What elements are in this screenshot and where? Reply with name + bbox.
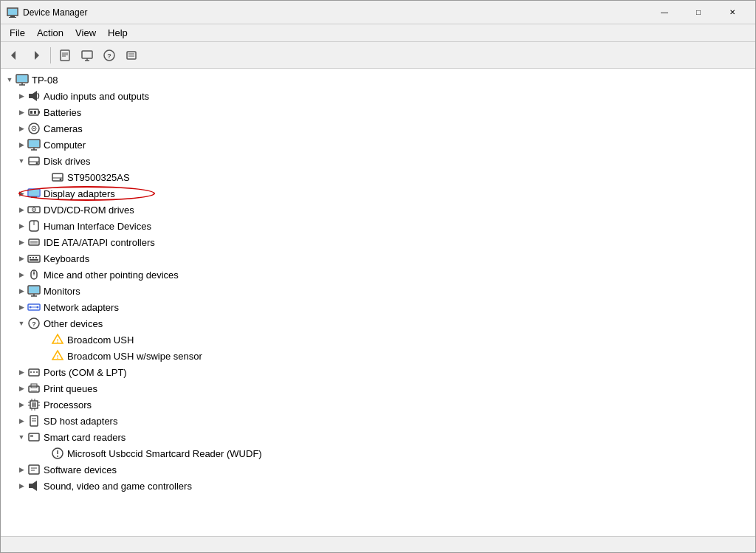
sdhost-toggle[interactable]: ▶ bbox=[16, 415, 27, 427]
displayadapters-toggle[interactable]: ▶ bbox=[16, 188, 27, 199]
svg-rect-22 bbox=[29, 94, 32, 98]
tree-item-dvdrom[interactable]: ▶ DVD/CD-ROM drives bbox=[1, 202, 755, 218]
st9500-icon bbox=[51, 171, 64, 184]
network-toggle[interactable]: ▶ bbox=[16, 301, 27, 313]
tree-item-keyboards[interactable]: ▶ Keyboards bbox=[1, 250, 755, 267]
monitors-label: Monitors bbox=[44, 286, 80, 297]
dvdrom-toggle[interactable]: ▶ bbox=[16, 204, 27, 216]
tree-item-cameras[interactable]: ▶ Cameras bbox=[1, 120, 755, 137]
svg-rect-98 bbox=[29, 465, 39, 474]
tree-item-network[interactable]: ▶ Network adapters bbox=[1, 299, 755, 315]
svg-rect-52 bbox=[30, 257, 31, 258]
close-button[interactable]: ✕ bbox=[715, 1, 749, 24]
usbccid-icon bbox=[51, 447, 64, 460]
diskdrives-label: Disk drives bbox=[44, 156, 91, 167]
tree-item-otherdevices[interactable]: ▼ ? Other devices bbox=[1, 315, 755, 332]
root-toggle[interactable]: ▼ bbox=[4, 74, 16, 86]
diskdrives-toggle[interactable]: ▼ bbox=[16, 155, 27, 167]
cameras-icon bbox=[27, 122, 41, 135]
tree-item-broadcomush[interactable]: ▶ ! Broadcom USH bbox=[1, 332, 755, 348]
svg-marker-23 bbox=[32, 91, 37, 101]
tree-item-diskdrives[interactable]: ▼ Disk drives bbox=[1, 153, 755, 169]
action-toolbar-button[interactable] bbox=[121, 45, 142, 66]
tree-item-broadcomuswipe[interactable]: ▶ ! Broadcom USH w/swipe sensor bbox=[1, 348, 755, 364]
printqueues-toggle[interactable]: ▶ bbox=[16, 382, 27, 394]
back-button[interactable] bbox=[4, 45, 24, 66]
svg-point-58 bbox=[33, 272, 35, 274]
maximize-button[interactable]: □ bbox=[681, 1, 715, 24]
svg-point-37 bbox=[36, 162, 38, 165]
app-icon bbox=[7, 7, 18, 18]
mice-toggle[interactable]: ▶ bbox=[16, 269, 27, 281]
tree-item-software[interactable]: ▶ Software devices bbox=[1, 461, 755, 478]
svg-rect-51 bbox=[28, 255, 40, 262]
soundvideo-icon bbox=[27, 479, 41, 492]
ide-toggle[interactable]: ▶ bbox=[16, 236, 27, 248]
device-manager-window: Device Manager — □ ✕ File Action View He… bbox=[0, 0, 756, 553]
window-title: Device Manager bbox=[23, 7, 647, 18]
dvdrom-icon bbox=[27, 203, 41, 216]
printqueues-icon bbox=[27, 382, 41, 395]
tree-item-audio[interactable]: ▶ Audio inputs and outputs bbox=[1, 88, 755, 104]
keyboards-toggle[interactable]: ▶ bbox=[16, 253, 27, 264]
tree-item-ports[interactable]: ▶ Ports (COM & LPT) bbox=[1, 364, 755, 380]
tree-item-sdhost[interactable]: ▶ SD host adapters bbox=[1, 413, 755, 429]
svg-point-97 bbox=[57, 456, 58, 457]
tree-item-computer[interactable]: ▶ Computer bbox=[1, 137, 755, 153]
minimize-button[interactable]: — bbox=[647, 1, 681, 24]
toolbar-separator-1 bbox=[50, 47, 51, 63]
svg-rect-24 bbox=[29, 109, 38, 115]
tree-item-smartcard[interactable]: ▼ Smart card readers bbox=[1, 429, 755, 445]
svg-point-66 bbox=[37, 306, 39, 309]
computer-toggle[interactable]: ▶ bbox=[16, 139, 27, 151]
tree-item-soundvideo[interactable]: ▶ Sound, video and game controllers bbox=[1, 478, 755, 494]
help-button[interactable]: ? bbox=[99, 45, 120, 66]
svg-rect-60 bbox=[29, 286, 39, 293]
computer-icon bbox=[16, 73, 29, 86]
otherdevices-toggle[interactable]: ▼ bbox=[16, 317, 27, 329]
menu-help[interactable]: Help bbox=[102, 26, 134, 40]
ide-label: IDE ATA/ATAPI controllers bbox=[44, 237, 155, 248]
menu-file[interactable]: File bbox=[4, 26, 31, 40]
tree-item-printqueues[interactable]: ▶ Print queues bbox=[1, 380, 755, 396]
svg-point-74 bbox=[30, 371, 32, 373]
device-tree[interactable]: ▼ TP-08 ▶ bbox=[1, 69, 755, 536]
svg-rect-19 bbox=[17, 75, 27, 82]
audio-toggle[interactable]: ▶ bbox=[16, 90, 27, 102]
tree-item-batteries[interactable]: ▶ Batteries bbox=[1, 104, 755, 120]
monitors-toggle[interactable]: ▶ bbox=[16, 285, 27, 297]
cameras-toggle[interactable]: ▶ bbox=[16, 123, 27, 134]
tree-item-ide[interactable]: ▶ IDE ATA/ATAPI controllers bbox=[1, 234, 755, 250]
tree-item-st9500[interactable]: ▶ ST9500325AS bbox=[1, 169, 755, 185]
ports-toggle[interactable]: ▶ bbox=[16, 366, 27, 378]
properties-button[interactable] bbox=[55, 45, 75, 66]
svg-point-40 bbox=[60, 179, 62, 181]
software-toggle[interactable]: ▶ bbox=[16, 464, 27, 475]
processors-toggle[interactable]: ▶ bbox=[16, 399, 27, 411]
tree-item-monitors[interactable]: ▶ Monitors bbox=[1, 283, 755, 299]
svg-point-46 bbox=[33, 209, 35, 210]
otherdevices-icon: ? bbox=[27, 317, 41, 330]
svg-rect-25 bbox=[38, 111, 40, 114]
menu-action[interactable]: Action bbox=[31, 26, 69, 40]
tree-item-mice[interactable]: ▶ Mice and other pointing devices bbox=[1, 267, 755, 283]
menu-view[interactable]: View bbox=[69, 26, 102, 40]
svg-rect-6 bbox=[61, 50, 69, 61]
mice-icon bbox=[27, 268, 41, 281]
tree-item-processors[interactable]: ▶ Processors bbox=[1, 396, 755, 413]
svg-rect-50 bbox=[30, 241, 38, 244]
tree-item-displayadapters[interactable]: ▶ Display adapters bbox=[1, 185, 755, 202]
batteries-toggle[interactable]: ▶ bbox=[16, 106, 27, 118]
software-label: Software devices bbox=[44, 464, 117, 475]
monitors-icon bbox=[27, 284, 41, 298]
tree-item-hid[interactable]: ▶ Human Interface Devices bbox=[1, 218, 755, 234]
sdhost-label: SD host adapters bbox=[44, 416, 117, 427]
smartcard-toggle[interactable]: ▼ bbox=[16, 431, 27, 443]
soundvideo-toggle[interactable]: ▶ bbox=[16, 480, 27, 492]
tree-item-microsoftusbccid[interactable]: ▶ Microsoft Usbccid Smartcard Reader (WU… bbox=[1, 445, 755, 461]
hid-toggle[interactable]: ▶ bbox=[16, 220, 27, 232]
forward-button[interactable] bbox=[26, 45, 47, 66]
svg-rect-1 bbox=[10, 16, 15, 17]
update-driver-button[interactable] bbox=[77, 45, 97, 66]
tree-root[interactable]: ▼ TP-08 bbox=[1, 72, 755, 88]
